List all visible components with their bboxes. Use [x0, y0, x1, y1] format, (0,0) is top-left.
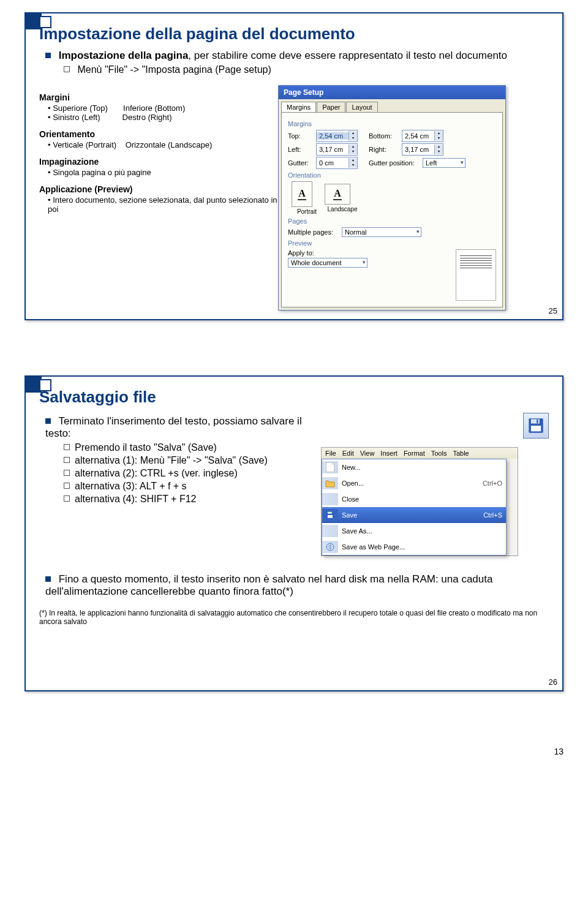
- orient-portrait-btn[interactable]: A Portrait: [292, 181, 322, 215]
- spin-down-icon[interactable]: ▾: [349, 163, 357, 168]
- menu-tools[interactable]: Tools: [431, 450, 447, 457]
- multiple-dropdown[interactable]: Normal: [342, 227, 421, 237]
- gutter-spin[interactable]: 0 cm▴▾: [316, 157, 358, 169]
- menu-saveweb[interactable]: Save as Web Page...: [322, 539, 506, 555]
- slide2-p1: Terminato l'inserimento del testo, possi…: [45, 415, 321, 440]
- svg-rect-2: [537, 420, 538, 423]
- spin-up-icon[interactable]: ▴: [349, 158, 357, 163]
- slide2-p2-text: Fino a questo momento, il testo inserito…: [45, 573, 492, 597]
- svg-rect-6: [328, 512, 332, 514]
- slide1-number: 25: [549, 306, 557, 315]
- menu-new-label: New...: [342, 464, 502, 471]
- slide1-left-col: Margini Superiore (Top) Inferiore (Botto…: [39, 85, 278, 311]
- margin-row-left: Sinistro (Left) Destro (Right): [48, 113, 278, 122]
- slide2-s1: Premendo il tasto "Salva" (Save): [64, 442, 321, 453]
- tab-paper[interactable]: Paper: [317, 102, 345, 112]
- slide2-footnote: (*) In realtà, le applicazioni hanno fun…: [39, 609, 549, 626]
- spin-down-icon[interactable]: ▾: [349, 149, 357, 154]
- dialog-titlebar[interactable]: Page Setup: [279, 86, 505, 99]
- left-value[interactable]: 3,17 cm: [317, 146, 349, 153]
- right-spin[interactable]: 3,17 cm▴▾: [402, 143, 443, 156]
- menu-open-shortcut: Ctrl+O: [483, 480, 502, 487]
- file-dropdown: New... Open... Ctrl+O Close: [322, 459, 507, 555]
- spin-up-icon[interactable]: ▴: [434, 145, 443, 149]
- dialog-body: Margins Top: 2,54 cm▴▾ Bottom: 2,54 cm▴▾…: [281, 112, 503, 307]
- menu-save-label: Save: [342, 511, 483, 519]
- group-orientation: Orientation: [288, 171, 496, 179]
- slide2-p1-text: Terminato l'inserimento del testo, possi…: [45, 415, 302, 439]
- globe-icon: [322, 541, 338, 553]
- app-text: Intero documento, sezione selezionata, d…: [48, 195, 278, 214]
- page-number: 13: [24, 747, 564, 756]
- menu-insert[interactable]: Insert: [380, 450, 398, 457]
- margins-label: Margini: [39, 92, 278, 102]
- apply-label: Apply to:: [288, 249, 368, 257]
- landscape-label: Landscape: [325, 206, 360, 213]
- tab-layout[interactable]: Layout: [346, 102, 377, 112]
- slide2-s3: alternativa (2): CTRL +s (ver. inglese): [64, 468, 321, 479]
- slide1-intro-bold: Impostazione della pagina: [59, 50, 189, 61]
- menu-table[interactable]: Table: [453, 450, 469, 457]
- menu-new[interactable]: New...: [322, 459, 506, 475]
- slide2-s1-text: Premendo il tasto "Salva" (Save): [75, 442, 217, 453]
- save-floppy-icon[interactable]: [523, 413, 549, 439]
- orient-horz-text: Orizzontale (Landscape): [126, 140, 213, 149]
- gutpos-dropdown[interactable]: Left: [423, 158, 466, 168]
- gutter-label: Gutter:: [288, 159, 314, 167]
- group-margins: Margins: [288, 120, 496, 127]
- spin-down-icon[interactable]: ▾: [434, 149, 443, 154]
- slide2-s2: alternativa (1): Menù "File" -> "Salva" …: [64, 455, 321, 466]
- bullet-square-icon: [45, 576, 51, 582]
- spin-up-icon[interactable]: ▴: [434, 131, 443, 136]
- file-menubar: File Edit View Insert Format Tools Table…: [321, 447, 518, 556]
- gutter-value[interactable]: 0 cm: [317, 159, 349, 167]
- bullet-open-icon: [64, 483, 70, 489]
- group-pages: Pages: [288, 217, 496, 225]
- tab-margins[interactable]: Margins: [281, 102, 316, 112]
- spin-up-icon[interactable]: ▴: [349, 145, 357, 149]
- menu-saveas-label: Save As...: [342, 527, 502, 535]
- app-label: Applicazione (Preview): [39, 184, 278, 194]
- slide2-s5: alternativa (4): SHIFT + F12: [64, 494, 321, 505]
- bullet-open-icon: [64, 495, 70, 502]
- svg-rect-3: [531, 426, 541, 431]
- menu-close[interactable]: Close: [322, 491, 506, 507]
- slide2-right-col: File Edit View Insert Format Tools Table…: [321, 413, 549, 556]
- menu-format[interactable]: Format: [404, 450, 425, 457]
- margin-bottom-text: Inferiore (Bottom): [123, 104, 185, 113]
- blank-doc-icon: [322, 461, 338, 473]
- menu-view[interactable]: View: [360, 450, 375, 457]
- portrait-label: Portrait: [292, 208, 322, 215]
- impag-text: Singola pagina o più pagine: [48, 168, 278, 177]
- orient-row: Verticale (Portrait) Orizzontale (Landsc…: [48, 140, 278, 149]
- blank-icon: [322, 493, 338, 505]
- top-value[interactable]: 2,54 cm: [317, 132, 349, 140]
- spin-down-icon[interactable]: ▾: [349, 136, 357, 141]
- bottom-value[interactable]: 2,54 cm: [402, 132, 434, 140]
- slide2-title: Salvataggio file: [39, 388, 549, 407]
- bottom-spin[interactable]: 2,54 cm▴▾: [402, 130, 443, 142]
- right-value[interactable]: 3,17 cm: [402, 146, 434, 153]
- top-spin[interactable]: 2,54 cm▴▾: [316, 130, 358, 142]
- impag-label: Impaginazione: [39, 157, 278, 167]
- slide2-s5-text: alternativa (4): SHIFT + F12: [75, 494, 196, 504]
- orient-landscape-btn[interactable]: A Landscape: [325, 184, 360, 213]
- spin-up-icon[interactable]: ▴: [349, 131, 357, 136]
- apply-dropdown[interactable]: Whole document: [288, 258, 368, 268]
- slide-page-setup: Impostazione della pagina del documento …: [24, 12, 564, 320]
- orient-label: Orientamento: [39, 129, 278, 139]
- page-setup-dialog: Page Setup Margins Paper Layout Margins …: [278, 85, 506, 311]
- menu-saveas[interactable]: Save As...: [322, 523, 506, 539]
- folder-open-icon: [322, 477, 338, 489]
- bullet-open-icon: [64, 470, 70, 476]
- floppy-small-icon: [322, 509, 338, 521]
- slide2-s2-text: alternativa (1): Menù "File" -> "Salva" …: [75, 455, 268, 465]
- menu-save[interactable]: Save Ctrl+S: [322, 507, 506, 523]
- left-spin[interactable]: 3,17 cm▴▾: [316, 143, 358, 156]
- slide2-s4: alternativa (3): ALT + f + s: [64, 481, 321, 492]
- spin-down-icon[interactable]: ▾: [434, 136, 443, 141]
- menu-file[interactable]: File: [325, 450, 336, 457]
- menu-edit[interactable]: Edit: [342, 450, 354, 457]
- menu-open[interactable]: Open... Ctrl+O: [322, 475, 506, 491]
- slide2-s3-text: alternativa (2): CTRL +s (ver. inglese): [75, 468, 238, 478]
